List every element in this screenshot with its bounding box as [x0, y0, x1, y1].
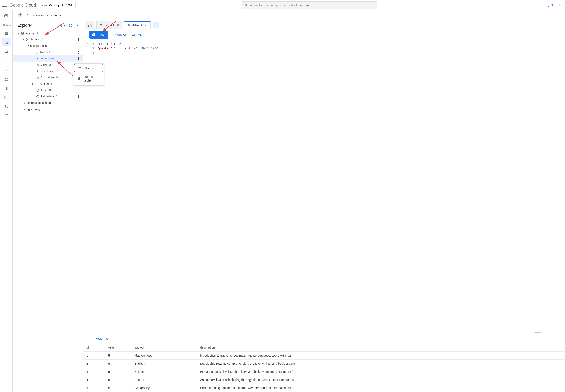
col-subject[interactable]: subject [131, 344, 197, 351]
project-dots-icon [42, 5, 47, 6]
tree-types[interactable]: Types 0 [13, 87, 83, 93]
expand-icon: ▸ [31, 82, 35, 85]
table-icon [35, 51, 39, 54]
rail-metrics-icon[interactable] [2, 57, 11, 65]
svg-rect-9 [5, 96, 8, 99]
tab-editor-2[interactable]: Editor 2 ✕ [124, 21, 151, 29]
table-row[interactable]: 15MathematicsIntroduction to fractions, … [83, 351, 565, 360]
rail-overview-icon[interactable] [2, 29, 11, 37]
types-icon [36, 89, 40, 92]
new-tab-button[interactable]: ＋ [153, 22, 159, 28]
close-icon[interactable]: ✕ [116, 23, 120, 27]
svg-point-22 [28, 39, 28, 40]
drag-handle[interactable] [83, 331, 565, 335]
ctx-delete-table[interactable]: Delete table [73, 72, 104, 84]
tree-schema[interactable]: ▾ Schema 1 ⋮ [13, 36, 83, 42]
ai-assist-icon[interactable] [84, 42, 89, 46]
format-button[interactable]: FORMAT [114, 33, 127, 37]
rail-monitor-icon[interactable] [2, 48, 11, 56]
tree-pg-catalog[interactable]: ▸ pg_catalog [13, 106, 83, 112]
tree-procedures[interactable]: Procedures 0 [13, 74, 83, 81]
svg-point-32 [38, 84, 38, 84]
clear-button[interactable]: CLEAR [132, 33, 142, 37]
rail-studio-icon[interactable] [2, 39, 11, 46]
breadcrumb-all-instances[interactable]: All instances [27, 14, 44, 17]
breadcrumb-current: aidemy [51, 14, 61, 17]
run-button[interactable]: RUN [89, 31, 108, 39]
col-year[interactable]: year [105, 344, 131, 351]
tree-table-curriculums[interactable]: ▸ curriculums ⋮ [13, 55, 83, 62]
editor-toolbar: RUN FORMAT CLEAR [83, 29, 565, 40]
tree-tables[interactable]: ▾ Tables 1 ⋮ [13, 49, 83, 55]
more-icon[interactable]: ⋮ [77, 44, 80, 47]
breadcrumb: All instances › aidemy [13, 11, 565, 20]
hamburger-menu-icon[interactable] [2, 3, 7, 8]
dropdown-caret-icon[interactable]: ▾ [64, 24, 65, 27]
tree-extensions[interactable]: Extensions 0 ⋮ [13, 93, 83, 100]
editor-tabs: Editor 1 ✕ Editor 2 ✕ ＋ [83, 20, 565, 29]
rail-terminal-icon[interactable] [2, 94, 11, 101]
more-icon[interactable]: ⋮ [77, 57, 80, 60]
manage-users-icon[interactable] [58, 23, 62, 28]
svg-point-2 [5, 41, 7, 43]
table-row[interactable]: 25EnglishDeveloping reading comprehensio… [83, 360, 565, 368]
svg-point-31 [37, 84, 37, 84]
editor-area: Editor 1 ✕ Editor 2 ✕ ＋ RUN FORM [83, 20, 565, 392]
search-icon [545, 3, 549, 7]
svg-line-1 [548, 6, 549, 7]
collapse-panel-icon[interactable] [76, 24, 80, 28]
rail-storage-icon[interactable] [2, 84, 11, 92]
svg-point-5 [6, 78, 7, 79]
rail-section-label: Prima… [0, 22, 13, 28]
home-icon [88, 23, 92, 27]
col-description[interactable]: description [197, 344, 565, 351]
project-picker-button[interactable]: My Project 58761 [39, 1, 76, 9]
tree-functions[interactable]: Σ Functions 0 [13, 68, 83, 74]
gcp-logo[interactable]: Google Cloud [10, 3, 36, 8]
results-table: id year subject description 15Mathematic… [83, 344, 565, 392]
sequences-icon [35, 82, 39, 85]
svg-point-4 [5, 78, 6, 79]
more-icon[interactable]: ⋮ [77, 51, 80, 54]
table-context-menu: Query Delete table [73, 63, 104, 85]
table-row[interactable]: 55GeographyUnderstanding continents, oce… [83, 384, 565, 392]
svg-point-0 [546, 4, 548, 6]
search-button[interactable]: Search [543, 1, 563, 9]
svg-point-20 [26, 39, 27, 39]
tab-home[interactable] [85, 21, 95, 29]
service-stack-icon[interactable] [2, 12, 11, 21]
tree-database[interactable]: ▾ aidemy-db [13, 30, 83, 36]
col-id[interactable]: id [83, 344, 105, 351]
schema-icon [25, 38, 29, 41]
more-icon[interactable]: ⋮ [77, 38, 80, 41]
tree-views[interactable]: Views 0 [13, 62, 83, 68]
refresh-icon[interactable] [69, 24, 72, 28]
tree-sequences[interactable]: ▸ Sequences 1 ⋮ [13, 81, 83, 87]
database-icon [21, 32, 25, 35]
search-wrap [78, 1, 540, 9]
sql-editor[interactable]: 1SELECT * FROM 2 "public"."curriculums" … [83, 40, 565, 114]
tab-editor-1[interactable]: Editor 1 ✕ [96, 21, 123, 29]
explorer-panel: Explorer ▾ ▾ aidemy-db ▾ [13, 20, 83, 392]
svg-point-21 [26, 40, 27, 41]
tree-public-schema[interactable]: ▾ public (Default) ⋮ [13, 42, 83, 49]
project-name: My Project 58761 [49, 3, 72, 7]
rail-users-icon[interactable] [2, 75, 11, 83]
google-wordmark: Google [10, 3, 24, 8]
stack-icon [127, 24, 130, 27]
more-icon[interactable]: ⋮ [77, 95, 80, 98]
rail-import-icon[interactable] [2, 66, 11, 74]
explorer-title: Explorer [17, 23, 32, 28]
topbar: Google Cloud My Project 58761 Search [0, 0, 565, 11]
rail-list-icon[interactable] [2, 112, 11, 120]
svg-point-19 [21, 32, 23, 33]
ctx-query[interactable]: Query [74, 64, 103, 72]
table-row[interactable]: 35ScienceExploring basic physics, chemis… [83, 368, 565, 376]
results-tab[interactable]: RESULTS [90, 335, 112, 343]
search-input[interactable] [242, 1, 377, 9]
expand-icon: ▾ [21, 38, 25, 41]
rail-tree-icon[interactable] [2, 103, 11, 111]
table-row[interactable]: 45HistoryAncient civilizations, includin… [83, 376, 565, 384]
tree-info-schema[interactable]: ▸ information_schema [13, 100, 83, 106]
close-icon[interactable]: ✕ [144, 24, 148, 28]
